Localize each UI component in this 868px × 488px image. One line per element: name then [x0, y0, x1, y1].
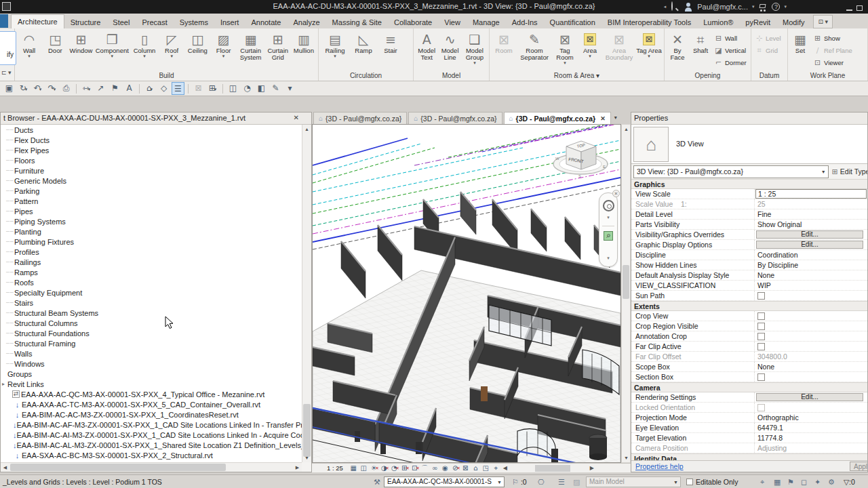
chevron-down-icon[interactable]: ▾ [599, 256, 617, 261]
app-store-cart-icon[interactable] [758, 2, 768, 12]
close-icon[interactable]: ✕ [294, 114, 299, 121]
set-button[interactable]: ▦Set [789, 30, 811, 54]
model-text-button[interactable]: AModel Text [415, 30, 438, 61]
user-icon[interactable] [684, 2, 693, 12]
tab-precast[interactable]: Precast [136, 16, 173, 28]
property-value[interactable]: 1 : 25 [755, 189, 867, 199]
list-item-revit-link[interactable]: ↓EAA-SXA-AC-BC-M3-SX-00001-SX-PXX_2_Stru… [1, 450, 302, 460]
measure-icon[interactable]: ⇿▾ [80, 82, 93, 95]
room-separator-button[interactable]: ✎Room Separator [517, 30, 552, 61]
sync-icon[interactable]: ↻▾ [17, 82, 30, 95]
model-hexagon-icon[interactable]: ⎔ [536, 475, 547, 488]
modify-select-caret[interactable]: ⊏ ▾ [1, 69, 12, 76]
sidebar-item-flex-ducts[interactable]: ┄┄Flex Ducts [1, 135, 302, 145]
temporary-hide-isolate-icon[interactable]: ∞ [430, 464, 440, 472]
property-value[interactable]: Show Original [755, 220, 867, 229]
model-line-button[interactable]: ∿Model Line [438, 30, 461, 61]
property-value[interactable]: None [755, 362, 867, 371]
scroll-up-icon[interactable]: ▲ [302, 125, 311, 134]
select-underlay-toggle[interactable]: ▦ [772, 475, 783, 488]
property-value[interactable] [755, 342, 867, 351]
properties-help-link[interactable]: Properties help [635, 462, 684, 470]
sidebar-item-railings[interactable]: ┄┄Railings [1, 257, 302, 267]
tab-add-ins[interactable]: Add-Ins [506, 16, 544, 28]
browser-vertical-scrollbar[interactable]: ▲ ▼ [302, 125, 311, 462]
list-item-revit-link[interactable]: ↓EAA-BIM-AC-AC-M3-ZX-00001-SX-PXX_1_Coor… [1, 409, 302, 420]
sidebar-item-generic-models[interactable]: ┄┄Generic Models [1, 176, 302, 186]
property-value[interactable]: 11774.8 [755, 433, 867, 443]
tab-lumion[interactable]: Lumion® [697, 16, 739, 28]
sidebar-item-revit-links[interactable]: ▸Revit Links [1, 379, 302, 389]
model-group-button[interactable]: ❑Model Group▾ [462, 30, 488, 65]
detail-level-icon[interactable]: ▦ [349, 464, 359, 472]
search-icon[interactable] [670, 2, 679, 12]
tab-steel[interactable]: Steel [106, 16, 136, 28]
crop-view-icon[interactable]: ⊞ [399, 464, 410, 472]
tab-insert[interactable]: Insert [214, 16, 245, 28]
view-scale-button[interactable]: 1 : 25 [327, 464, 343, 472]
reveal-constraints-icon[interactable]: ⌖ [491, 464, 501, 472]
print-icon[interactable]: ⎙ [60, 82, 73, 95]
redo-icon[interactable]: ↷▾ [45, 82, 58, 95]
property-value[interactable]: Edit... [755, 240, 867, 249]
scrollbar-thumb[interactable] [535, 465, 570, 472]
tab-massing-site[interactable]: Massing & Site [326, 16, 388, 28]
sidebar-item-parking[interactable]: ┄┄Parking [1, 186, 302, 196]
pencil-icon[interactable]: ✎ [269, 82, 282, 95]
scroll-left-icon[interactable]: ◀ [501, 465, 509, 471]
property-value[interactable] [755, 311, 867, 321]
tag-room-button[interactable]: ⊠Tag Room▾ [552, 30, 578, 65]
edit-type-button[interactable]: ⊞ Edit Type [832, 167, 867, 176]
close-inactive-views-icon[interactable]: ⊠ [192, 82, 205, 95]
view-tabs-overflow-icon[interactable]: ▾ [612, 112, 619, 124]
property-value[interactable]: WIP [755, 281, 867, 290]
property-value[interactable]: Edit... [755, 392, 867, 402]
close-icon[interactable]: ✕ [600, 115, 606, 122]
shadows-icon[interactable]: ◑ [379, 464, 389, 472]
dormer-button[interactable]: ⌐Dormer [712, 56, 749, 68]
component-button[interactable]: ❒Component▾ [94, 30, 130, 58]
tab-analyze[interactable]: Analyze [287, 16, 326, 28]
tab-structure[interactable]: Structure [64, 16, 107, 28]
viewcube[interactable]: W S E TOP FRONT [551, 133, 610, 188]
list-item-revit-link[interactable]: ↓EAA-AXA-AC-TC-M3-AX-00001-SX-PXX_5_CAD_… [1, 399, 302, 409]
worksharing-display-icon[interactable]: ⊘ [450, 464, 460, 472]
viewport[interactable]: W S E TOP FRONT ✕ ▾ ▾ [312, 124, 621, 463]
sidebar-item-groups[interactable]: Groups [1, 369, 302, 379]
shaft-button[interactable]: ⌗Shaft [689, 30, 712, 54]
property-value[interactable] [755, 291, 867, 300]
property-value[interactable] [755, 331, 867, 341]
render-icon[interactable]: ◔ [241, 82, 254, 95]
curtain-grid-button[interactable]: ⊞Curtain Grid [265, 30, 291, 61]
drag-on-selection-toggle[interactable]: ✦ [812, 475, 823, 488]
editing-requests-button[interactable]: ⚐:0 [510, 475, 527, 488]
tab-annotate[interactable]: Annotate [245, 16, 287, 28]
roof-button[interactable]: ◸Roof▾ [159, 30, 184, 58]
scroll-down-icon[interactable]: ▼ [622, 453, 631, 462]
scroll-right-icon[interactable]: ▶ [293, 463, 302, 472]
sidebar-item-pipes[interactable]: ┄┄Pipes [1, 206, 302, 216]
ribbon-display-toggle-icon[interactable]: ⊡ ▾ [813, 15, 833, 28]
property-value[interactable]: 25 [755, 199, 867, 209]
property-value[interactable]: Adjusting [755, 443, 867, 453]
sidebar-item-structural-beam-systems[interactable]: ┄┄Structural Beam Systems [1, 308, 302, 318]
editable-only-checkbox[interactable]: Editable Only [686, 475, 738, 488]
active-workset-icon[interactable]: ⚒ [372, 475, 382, 488]
tab-collaborate[interactable]: Collaborate [388, 16, 438, 28]
vertical-button[interactable]: ◪Vertical [712, 44, 749, 56]
sidebar-item-windows[interactable]: ┄┄Windows [1, 359, 302, 369]
scrollbar-thumb[interactable] [623, 265, 629, 299]
reveal-hidden-icon[interactable]: ◉ [440, 464, 450, 472]
design-options-list-icon[interactable]: ☰ [556, 475, 567, 488]
help-icon[interactable]: ? [772, 3, 780, 11]
select-by-face-toggle[interactable]: ◻ [799, 475, 809, 488]
sidebar-item-structural-framing[interactable]: ┄┄Structural Framing [1, 338, 302, 348]
section-header-extents[interactable]: Extents [631, 301, 867, 311]
edit-button[interactable]: Edit... [756, 241, 863, 249]
displacement-sets-icon[interactable]: ◳ [481, 464, 491, 472]
type-selector-dropdown[interactable]: 3D View: {3D - Paul@mgfx.co.za} ▼ [633, 165, 829, 178]
thin-lines-icon[interactable]: ☰ [172, 82, 184, 95]
sidebar-item-piping-systems[interactable]: ┄┄Piping Systems [1, 216, 302, 226]
zoom-icon[interactable] [604, 231, 613, 241]
sidebar-item-pattern[interactable]: ┄┄Pattern [1, 196, 302, 206]
